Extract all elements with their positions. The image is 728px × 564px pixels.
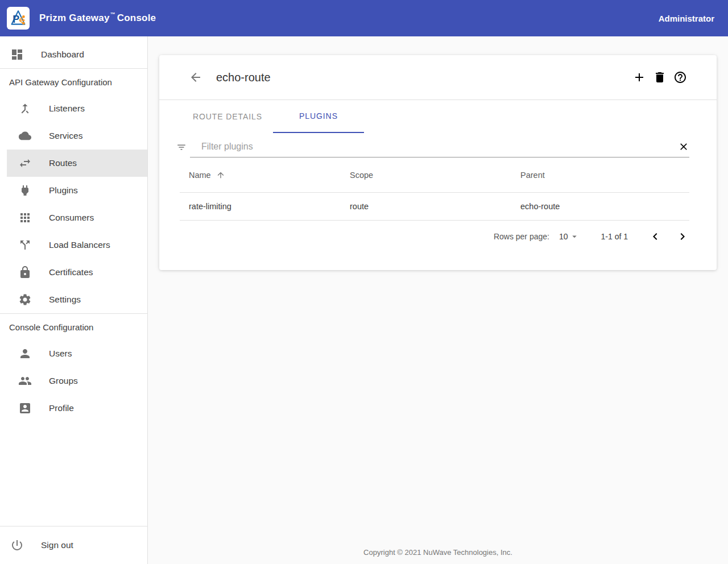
- filter-row: [176, 139, 689, 157]
- sort-ascending-icon: [216, 171, 225, 180]
- filter-field: [190, 139, 689, 157]
- page-range-label: 1-1 of 1: [601, 232, 628, 241]
- help-button[interactable]: [673, 70, 687, 84]
- table-row[interactable]: rate-limiting route echo-route: [180, 193, 689, 221]
- dropdown-caret-icon: [569, 231, 580, 242]
- main-content: echo-route ROUTE DETAILS PLUGINS: [148, 36, 728, 564]
- pagination: Rows per page: 10 1-1 of 1: [159, 221, 689, 252]
- sidebar-item-label: Plugins: [49, 185, 78, 196]
- current-user-label: Administrator: [659, 14, 714, 23]
- contact-card-icon: [18, 401, 32, 415]
- plug-icon: [18, 184, 32, 197]
- trademark-symbol: ™: [110, 11, 115, 17]
- sidebar-item-listeners[interactable]: Listeners: [0, 95, 147, 122]
- next-page-button[interactable]: [676, 230, 689, 243]
- column-header-name[interactable]: Name: [180, 171, 350, 180]
- route-card: echo-route ROUTE DETAILS PLUGINS: [159, 55, 717, 270]
- person-icon: [18, 347, 32, 360]
- sidebar: Dashboard API Gateway Configuration List…: [0, 36, 148, 564]
- table-header-row: Name Scope Parent: [180, 157, 689, 193]
- sidebar-item-settings[interactable]: Settings: [0, 286, 147, 313]
- sidebar-item-routes[interactable]: Routes: [0, 150, 147, 177]
- cell-scope: route: [350, 202, 520, 211]
- delete-button[interactable]: [653, 70, 667, 84]
- sidebar-item-plugins[interactable]: Plugins: [0, 177, 147, 204]
- cell-name: rate-limiting: [180, 202, 350, 211]
- app-title: Prizm Gateway ™ Console: [39, 13, 156, 24]
- prizm-logo: P: [7, 7, 30, 30]
- cloud-icon: [18, 129, 32, 143]
- add-button[interactable]: [632, 70, 646, 84]
- tab-bar: ROUTE DETAILS PLUGINS: [159, 100, 717, 133]
- sidebar-item-users[interactable]: Users: [0, 340, 147, 367]
- merge-arrows-icon: [18, 102, 32, 115]
- sidebar-item-label: Listeners: [49, 103, 85, 114]
- sidebar-item-label: Routes: [49, 158, 77, 168]
- sidebar-item-label: Services: [49, 131, 82, 141]
- call-split-icon: [18, 238, 32, 252]
- sign-out-label: Sign out: [41, 540, 73, 550]
- svg-text:P: P: [13, 14, 19, 25]
- page-title: echo-route: [216, 71, 271, 84]
- column-header-scope[interactable]: Scope: [350, 171, 520, 180]
- filter-plugins-input[interactable]: [190, 142, 678, 152]
- sidebar-item-label: Profile: [49, 403, 74, 413]
- sidebar-item-label: Groups: [49, 376, 78, 386]
- app-header: P Prizm Gateway ™ Console Administrator: [0, 0, 728, 36]
- sidebar-item-load-balancers[interactable]: Load Balancers: [0, 231, 147, 259]
- app-title-brand: Prizm Gateway: [39, 13, 110, 24]
- copyright-footer: Copyright © 2021 NuWave Technologies, In…: [148, 548, 728, 557]
- sidebar-item-consumers[interactable]: Consumers: [0, 204, 147, 231]
- filter-icon: [176, 142, 187, 152]
- sidebar-item-profile[interactable]: Profile: [0, 395, 147, 422]
- tab-plugins[interactable]: PLUGINS: [273, 100, 364, 133]
- app-title-product: Console: [117, 13, 156, 24]
- tab-route-details[interactable]: ROUTE DETAILS: [182, 100, 273, 133]
- column-header-parent[interactable]: Parent: [520, 171, 689, 180]
- sidebar-section-console: Console Configuration: [0, 314, 147, 340]
- sidebar-item-dashboard[interactable]: Dashboard: [0, 41, 147, 68]
- clear-filter-button[interactable]: [678, 141, 689, 152]
- apps-grid-icon: [18, 211, 32, 225]
- swap-arrows-icon: [18, 156, 32, 170]
- sidebar-item-label: Consumers: [49, 213, 94, 223]
- sidebar-item-label: Settings: [49, 295, 81, 305]
- dashboard-icon: [10, 48, 24, 61]
- previous-page-button[interactable]: [648, 230, 662, 243]
- sidebar-item-label: Load Balancers: [49, 240, 110, 250]
- rows-per-page-select[interactable]: 10: [559, 231, 580, 242]
- gear-icon: [18, 293, 32, 306]
- sidebar-item-label: Certificates: [49, 267, 93, 277]
- lock-icon: [18, 266, 32, 279]
- prizm-logo-icon: P: [9, 9, 28, 28]
- power-icon: [10, 538, 24, 552]
- people-icon: [18, 374, 32, 388]
- sidebar-section-api-gateway: API Gateway Configuration: [0, 69, 147, 95]
- card-actions: [632, 70, 687, 84]
- back-arrow-button[interactable]: [189, 70, 202, 84]
- sidebar-item-services[interactable]: Services: [0, 122, 147, 150]
- rows-per-page-label: Rows per page:: [494, 232, 549, 241]
- sidebar-item-label: Users: [49, 349, 72, 359]
- sidebar-item-certificates[interactable]: Certificates: [0, 259, 147, 286]
- plugins-table: Name Scope Parent rate-limiting route ec…: [180, 157, 689, 221]
- sidebar-item-groups[interactable]: Groups: [0, 367, 147, 395]
- sign-out-button[interactable]: Sign out: [0, 526, 147, 564]
- card-header: echo-route: [159, 55, 717, 100]
- cell-parent: echo-route: [520, 202, 689, 211]
- sidebar-item-label: Dashboard: [41, 49, 84, 60]
